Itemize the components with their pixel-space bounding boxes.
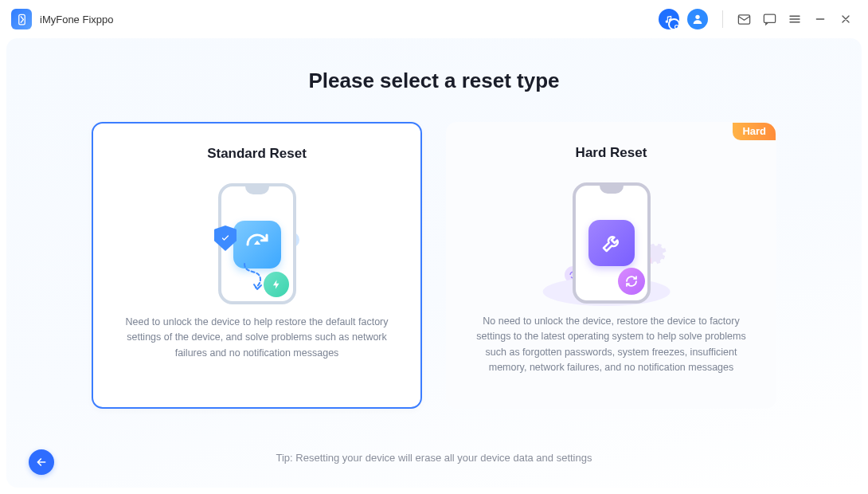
hard-reset-title: Hard Reset bbox=[576, 145, 647, 161]
refresh-tile-icon bbox=[233, 221, 281, 269]
main-content: Please select a reset type Standard Rese… bbox=[6, 38, 862, 488]
svg-rect-3 bbox=[738, 14, 749, 23]
sync-icon bbox=[618, 268, 645, 295]
back-button[interactable] bbox=[29, 449, 54, 475]
wrench-tile-icon bbox=[588, 220, 635, 266]
mail-icon[interactable] bbox=[733, 8, 755, 30]
svg-rect-0 bbox=[18, 14, 25, 25]
minimize-button[interactable] bbox=[809, 8, 831, 30]
svg-point-2 bbox=[695, 15, 699, 19]
standard-reset-illustration bbox=[112, 176, 401, 312]
feedback-icon[interactable] bbox=[758, 8, 780, 30]
hard-reset-description: No need to unlock the device, restore th… bbox=[466, 311, 757, 379]
close-button[interactable] bbox=[835, 8, 857, 30]
menu-icon[interactable] bbox=[784, 8, 806, 30]
bolt-icon bbox=[264, 272, 289, 297]
app-title: iMyFone Fixppo bbox=[40, 14, 113, 25]
standard-reset-description: Need to unlock the device to help restor… bbox=[112, 312, 401, 364]
titlebar: iMyFone Fixppo bbox=[0, 0, 868, 38]
svg-rect-4 bbox=[764, 14, 775, 22]
standard-reset-title: Standard Reset bbox=[207, 146, 307, 162]
page-title: Please select a reset type bbox=[6, 69, 862, 93]
music-search-icon[interactable] bbox=[659, 9, 679, 29]
hard-badge: Hard bbox=[733, 123, 776, 140]
account-icon[interactable] bbox=[687, 9, 708, 29]
footer-tip: Tip: Resetting your device will erase al… bbox=[6, 452, 862, 464]
divider bbox=[722, 10, 723, 28]
hard-reset-illustration bbox=[466, 175, 757, 311]
standard-reset-card[interactable]: Standard Reset Need to unlock the device… bbox=[92, 122, 422, 409]
hard-reset-card[interactable]: Hard Hard Reset No need to unlock bbox=[446, 122, 776, 409]
app-logo bbox=[11, 9, 32, 29]
